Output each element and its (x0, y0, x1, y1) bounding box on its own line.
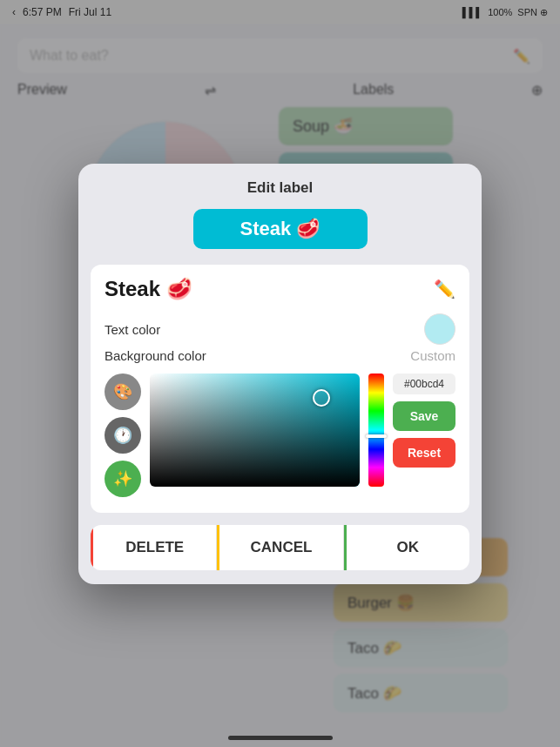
cancel-button[interactable]: CANCEL (217, 525, 342, 570)
hue-indicator (366, 434, 387, 438)
left-icon-buttons: 🎨 🕐 ✨ (105, 374, 141, 497)
palette-icon-btn[interactable]: 🎨 (105, 374, 141, 410)
edit-label-modal: Edit label Steak 🥩 Steak 🥩 ✏️ Text color… (78, 164, 482, 584)
clock-icon-btn[interactable]: 🕐 (105, 417, 141, 454)
ok-button[interactable]: OK (344, 525, 469, 570)
text-color-swatch[interactable] (424, 313, 455, 345)
hex-input-field[interactable] (393, 374, 455, 394)
save-color-button[interactable]: Save (393, 401, 455, 431)
reset-color-button[interactable]: Reset (393, 438, 455, 468)
right-controls: Save Reset (393, 374, 455, 497)
text-color-row: Text color (105, 313, 455, 345)
modal-body: Steak 🥩 ✏️ Text color Background color C… (91, 265, 469, 513)
bg-color-label: Background color (105, 348, 206, 363)
home-indicator (228, 736, 333, 740)
color-gradient-box[interactable] (150, 374, 360, 487)
bg-color-row: Background color Custom (105, 348, 455, 363)
color-picker-area: 🎨 🕐 ✨ Save Reset (105, 374, 455, 497)
delete-button[interactable]: DELETE (91, 525, 216, 570)
bg-color-custom-label: Custom (410, 348, 455, 363)
edit-label-icon[interactable]: ✏️ (434, 279, 455, 299)
sparkle-icon-btn[interactable]: ✨ (105, 461, 141, 497)
label-name-row: Steak 🥩 ✏️ (105, 277, 455, 301)
hue-slider[interactable] (368, 374, 384, 487)
modal-title: Edit label (78, 164, 482, 209)
label-name-text: Steak 🥩 (105, 277, 192, 301)
preview-badge: Steak 🥩 (193, 209, 368, 249)
modal-action-buttons: DELETE CANCEL OK (91, 525, 469, 570)
picker-handle[interactable] (313, 389, 330, 407)
text-color-label: Text color (105, 322, 160, 337)
modal-preview-area: Steak 🥩 (78, 209, 482, 265)
